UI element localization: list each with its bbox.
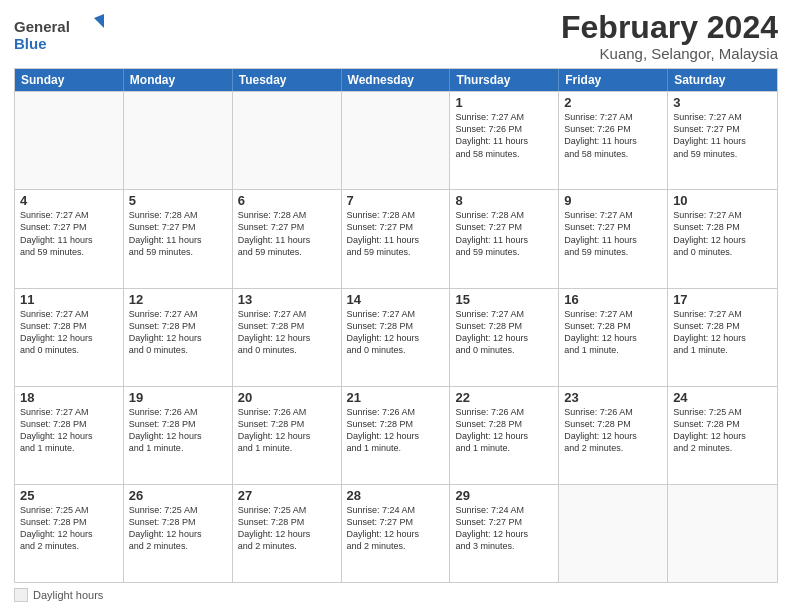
calendar-cell: 3Sunrise: 7:27 AM Sunset: 7:27 PM Daylig… bbox=[668, 92, 777, 189]
page: General Blue February 2024 Kuang, Selang… bbox=[0, 0, 792, 612]
header-sunday: Sunday bbox=[15, 69, 124, 91]
day-number: 12 bbox=[129, 292, 227, 307]
day-number: 15 bbox=[455, 292, 553, 307]
day-number: 27 bbox=[238, 488, 336, 503]
calendar-cell: 16Sunrise: 7:27 AM Sunset: 7:28 PM Dayli… bbox=[559, 289, 668, 386]
calendar-row: 18Sunrise: 7:27 AM Sunset: 7:28 PM Dayli… bbox=[15, 386, 777, 484]
svg-marker-2 bbox=[94, 14, 104, 28]
day-info: Sunrise: 7:27 AM Sunset: 7:28 PM Dayligh… bbox=[20, 406, 118, 455]
day-info: Sunrise: 7:26 AM Sunset: 7:28 PM Dayligh… bbox=[129, 406, 227, 455]
day-info: Sunrise: 7:27 AM Sunset: 7:28 PM Dayligh… bbox=[129, 308, 227, 357]
day-info: Sunrise: 7:28 AM Sunset: 7:27 PM Dayligh… bbox=[238, 209, 336, 258]
calendar-cell: 14Sunrise: 7:27 AM Sunset: 7:28 PM Dayli… bbox=[342, 289, 451, 386]
day-number: 10 bbox=[673, 193, 772, 208]
day-info: Sunrise: 7:26 AM Sunset: 7:28 PM Dayligh… bbox=[455, 406, 553, 455]
calendar-cell: 6Sunrise: 7:28 AM Sunset: 7:27 PM Daylig… bbox=[233, 190, 342, 287]
calendar-cell bbox=[124, 92, 233, 189]
day-number: 9 bbox=[564, 193, 662, 208]
calendar-cell: 28Sunrise: 7:24 AM Sunset: 7:27 PM Dayli… bbox=[342, 485, 451, 582]
day-info: Sunrise: 7:27 AM Sunset: 7:26 PM Dayligh… bbox=[455, 111, 553, 160]
day-info: Sunrise: 7:25 AM Sunset: 7:28 PM Dayligh… bbox=[673, 406, 772, 455]
day-info: Sunrise: 7:27 AM Sunset: 7:28 PM Dayligh… bbox=[564, 308, 662, 357]
calendar-body: 1Sunrise: 7:27 AM Sunset: 7:26 PM Daylig… bbox=[15, 91, 777, 582]
day-number: 22 bbox=[455, 390, 553, 405]
calendar-cell: 2Sunrise: 7:27 AM Sunset: 7:26 PM Daylig… bbox=[559, 92, 668, 189]
day-number: 28 bbox=[347, 488, 445, 503]
header-wednesday: Wednesday bbox=[342, 69, 451, 91]
day-info: Sunrise: 7:27 AM Sunset: 7:28 PM Dayligh… bbox=[347, 308, 445, 357]
calendar-cell: 17Sunrise: 7:27 AM Sunset: 7:28 PM Dayli… bbox=[668, 289, 777, 386]
calendar-cell: 5Sunrise: 7:28 AM Sunset: 7:27 PM Daylig… bbox=[124, 190, 233, 287]
calendar-cell: 12Sunrise: 7:27 AM Sunset: 7:28 PM Dayli… bbox=[124, 289, 233, 386]
day-number: 18 bbox=[20, 390, 118, 405]
day-number: 16 bbox=[564, 292, 662, 307]
title-block: February 2024 Kuang, Selangor, Malaysia bbox=[561, 10, 778, 62]
legend-label: Daylight hours bbox=[33, 589, 103, 601]
calendar-cell: 13Sunrise: 7:27 AM Sunset: 7:28 PM Dayli… bbox=[233, 289, 342, 386]
calendar-cell: 20Sunrise: 7:26 AM Sunset: 7:28 PM Dayli… bbox=[233, 387, 342, 484]
day-info: Sunrise: 7:26 AM Sunset: 7:28 PM Dayligh… bbox=[564, 406, 662, 455]
day-info: Sunrise: 7:25 AM Sunset: 7:28 PM Dayligh… bbox=[20, 504, 118, 553]
day-number: 13 bbox=[238, 292, 336, 307]
day-info: Sunrise: 7:27 AM Sunset: 7:28 PM Dayligh… bbox=[455, 308, 553, 357]
calendar-cell: 19Sunrise: 7:26 AM Sunset: 7:28 PM Dayli… bbox=[124, 387, 233, 484]
day-info: Sunrise: 7:28 AM Sunset: 7:27 PM Dayligh… bbox=[129, 209, 227, 258]
header-tuesday: Tuesday bbox=[233, 69, 342, 91]
svg-text:General: General bbox=[14, 18, 70, 35]
calendar-cell: 23Sunrise: 7:26 AM Sunset: 7:28 PM Dayli… bbox=[559, 387, 668, 484]
day-info: Sunrise: 7:26 AM Sunset: 7:28 PM Dayligh… bbox=[347, 406, 445, 455]
day-number: 11 bbox=[20, 292, 118, 307]
logo-svg: General Blue bbox=[14, 14, 104, 56]
day-number: 14 bbox=[347, 292, 445, 307]
day-info: Sunrise: 7:27 AM Sunset: 7:27 PM Dayligh… bbox=[564, 209, 662, 258]
day-info: Sunrise: 7:27 AM Sunset: 7:28 PM Dayligh… bbox=[238, 308, 336, 357]
logo: General Blue bbox=[14, 14, 104, 56]
day-info: Sunrise: 7:24 AM Sunset: 7:27 PM Dayligh… bbox=[347, 504, 445, 553]
calendar-cell: 1Sunrise: 7:27 AM Sunset: 7:26 PM Daylig… bbox=[450, 92, 559, 189]
calendar-row: 25Sunrise: 7:25 AM Sunset: 7:28 PM Dayli… bbox=[15, 484, 777, 582]
day-info: Sunrise: 7:25 AM Sunset: 7:28 PM Dayligh… bbox=[238, 504, 336, 553]
day-number: 3 bbox=[673, 95, 772, 110]
calendar-cell bbox=[233, 92, 342, 189]
day-number: 5 bbox=[129, 193, 227, 208]
calendar-cell: 24Sunrise: 7:25 AM Sunset: 7:28 PM Dayli… bbox=[668, 387, 777, 484]
calendar-cell bbox=[15, 92, 124, 189]
day-info: Sunrise: 7:27 AM Sunset: 7:27 PM Dayligh… bbox=[20, 209, 118, 258]
header-monday: Monday bbox=[124, 69, 233, 91]
day-info: Sunrise: 7:27 AM Sunset: 7:28 PM Dayligh… bbox=[673, 308, 772, 357]
calendar: Sunday Monday Tuesday Wednesday Thursday… bbox=[14, 68, 778, 583]
calendar-cell: 25Sunrise: 7:25 AM Sunset: 7:28 PM Dayli… bbox=[15, 485, 124, 582]
day-number: 6 bbox=[238, 193, 336, 208]
day-info: Sunrise: 7:28 AM Sunset: 7:27 PM Dayligh… bbox=[347, 209, 445, 258]
legend: Daylight hours bbox=[14, 588, 778, 602]
day-number: 17 bbox=[673, 292, 772, 307]
calendar-row: 4Sunrise: 7:27 AM Sunset: 7:27 PM Daylig… bbox=[15, 189, 777, 287]
day-number: 1 bbox=[455, 95, 553, 110]
day-info: Sunrise: 7:27 AM Sunset: 7:28 PM Dayligh… bbox=[20, 308, 118, 357]
calendar-cell: 11Sunrise: 7:27 AM Sunset: 7:28 PM Dayli… bbox=[15, 289, 124, 386]
day-number: 29 bbox=[455, 488, 553, 503]
calendar-row: 1Sunrise: 7:27 AM Sunset: 7:26 PM Daylig… bbox=[15, 91, 777, 189]
calendar-cell: 7Sunrise: 7:28 AM Sunset: 7:27 PM Daylig… bbox=[342, 190, 451, 287]
calendar-cell bbox=[559, 485, 668, 582]
day-info: Sunrise: 7:27 AM Sunset: 7:26 PM Dayligh… bbox=[564, 111, 662, 160]
calendar-header: Sunday Monday Tuesday Wednesday Thursday… bbox=[15, 69, 777, 91]
day-number: 24 bbox=[673, 390, 772, 405]
header-thursday: Thursday bbox=[450, 69, 559, 91]
day-info: Sunrise: 7:25 AM Sunset: 7:28 PM Dayligh… bbox=[129, 504, 227, 553]
day-number: 19 bbox=[129, 390, 227, 405]
day-info: Sunrise: 7:24 AM Sunset: 7:27 PM Dayligh… bbox=[455, 504, 553, 553]
day-number: 7 bbox=[347, 193, 445, 208]
day-info: Sunrise: 7:28 AM Sunset: 7:27 PM Dayligh… bbox=[455, 209, 553, 258]
header: General Blue February 2024 Kuang, Selang… bbox=[14, 10, 778, 62]
header-friday: Friday bbox=[559, 69, 668, 91]
calendar-cell: 4Sunrise: 7:27 AM Sunset: 7:27 PM Daylig… bbox=[15, 190, 124, 287]
calendar-cell: 9Sunrise: 7:27 AM Sunset: 7:27 PM Daylig… bbox=[559, 190, 668, 287]
calendar-cell: 15Sunrise: 7:27 AM Sunset: 7:28 PM Dayli… bbox=[450, 289, 559, 386]
day-number: 26 bbox=[129, 488, 227, 503]
calendar-cell bbox=[342, 92, 451, 189]
calendar-cell: 21Sunrise: 7:26 AM Sunset: 7:28 PM Dayli… bbox=[342, 387, 451, 484]
day-number: 20 bbox=[238, 390, 336, 405]
day-number: 4 bbox=[20, 193, 118, 208]
month-title: February 2024 bbox=[561, 10, 778, 45]
